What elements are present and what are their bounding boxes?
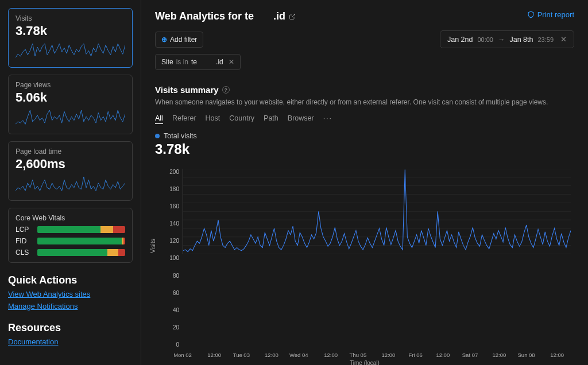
tab-browser[interactable]: Browser (288, 114, 314, 124)
metric-card-visits[interactable]: Visits 3.78k (8, 8, 133, 68)
cwv-bar (37, 226, 125, 233)
add-filter-label: Add filter (170, 36, 197, 44)
filter-val-pre: te (191, 58, 197, 66)
summary-title: Visits summary ? (155, 85, 574, 95)
cwv-label: FID (16, 237, 32, 245)
arrow-right-icon: → (498, 36, 505, 44)
link-manage-notifications[interactable]: Manage Notifications (8, 302, 133, 310)
title-prefix: Web Analytics for te (155, 10, 254, 22)
sparkline-pageviews (16, 108, 125, 126)
date-to-day: Jan 8th (509, 36, 533, 44)
sparkline-visits (16, 42, 125, 59)
cwv-title: Core Web Vitals (16, 214, 125, 222)
cwv-row: FID (16, 237, 125, 245)
tab-path[interactable]: Path (264, 114, 278, 124)
tab-host[interactable]: Host (206, 114, 220, 124)
more-tabs-icon[interactable]: ··· (323, 114, 332, 124)
title-suffix: .id (273, 10, 285, 22)
page-title: Web Analytics for te .id (155, 10, 296, 22)
metric-card-pageviews[interactable]: Page views 5.06k (8, 75, 133, 134)
metric-value: 5.06k (16, 90, 125, 105)
line-chart (183, 169, 571, 254)
cwv-row: LCP (16, 226, 125, 234)
date-from-time: 00:00 (477, 36, 493, 43)
y-axis: 200180160140120100806040200 (155, 169, 179, 348)
filter-op: is in (176, 58, 188, 66)
tab-country[interactable]: Country (229, 114, 254, 124)
tabs: AllRefererHostCountryPathBrowser··· (155, 114, 574, 124)
chart-area: Visits 200180160140120100806040200 Mon 0… (155, 169, 574, 365)
quick-actions-title: Quick Actions (8, 274, 133, 286)
sparkline-loadtime (16, 175, 125, 192)
link-documentation[interactable]: Documentation (8, 337, 133, 346)
x-axis-label: Time (local) (155, 360, 574, 365)
date-to-time: 23:59 (537, 36, 554, 43)
info-icon[interactable]: ? (222, 86, 230, 94)
metric-value: 2,600ms (16, 157, 125, 172)
metric-label: Visits (16, 14, 125, 22)
cwv-bar (37, 249, 125, 256)
metric-value: 3.78k (16, 24, 125, 38)
resources-title: Resources (8, 322, 133, 334)
metric-card-loadtime[interactable]: Page load time 2,600ms (8, 141, 133, 201)
add-filter-button[interactable]: ⊕ Add filter (155, 32, 203, 48)
cwv-row: CLS (16, 248, 125, 257)
main-panel: Web Analytics for te .id Print report ⊕ … (141, 0, 588, 365)
filter-field: Site (161, 58, 173, 66)
sidebar: Visits 3.78k Page views 5.06k Page load … (0, 0, 141, 365)
filter-val-suf: .id (216, 58, 223, 66)
summary-value: 3.78k (155, 141, 574, 157)
metric-label: Page load time (16, 147, 125, 156)
date-range-picker[interactable]: Jan 2nd 00:00 → Jan 8th 23:59 ✕ (440, 30, 574, 48)
legend-dot-icon (155, 134, 160, 138)
x-axis: Mon 0212:00Tue 0312:00Wed 0412:00Thu 051… (183, 352, 571, 358)
external-link-icon[interactable] (289, 13, 296, 20)
remove-filter-icon[interactable]: ✕ (229, 58, 234, 66)
metric-label: Page views (16, 81, 125, 89)
filter-chip-site[interactable]: Site is in te .id ✕ (155, 54, 241, 70)
shield-icon (527, 11, 535, 18)
cwv-bar (37, 238, 125, 244)
clear-date-icon[interactable]: ✕ (560, 35, 567, 44)
link-view-sites[interactable]: View Web Analytics sites (8, 290, 133, 298)
plus-icon: ⊕ (161, 36, 167, 44)
cwv-label: LCP (16, 226, 32, 234)
legend-label: Total visits (164, 132, 197, 140)
tab-referer[interactable]: Referer (172, 114, 196, 124)
cwv-label: CLS (16, 248, 32, 257)
tab-all[interactable]: All (155, 114, 163, 124)
svg-line-0 (292, 14, 295, 17)
core-web-vitals-card[interactable]: Core Web Vitals LCPFIDCLS (8, 208, 133, 263)
summary-description: When someone navigates to your website, … (155, 98, 574, 106)
chart-legend: Total visits (155, 132, 574, 140)
print-report-button[interactable]: Print report (527, 10, 574, 19)
date-from-day: Jan 2nd (447, 36, 473, 44)
print-label: Print report (537, 10, 574, 19)
